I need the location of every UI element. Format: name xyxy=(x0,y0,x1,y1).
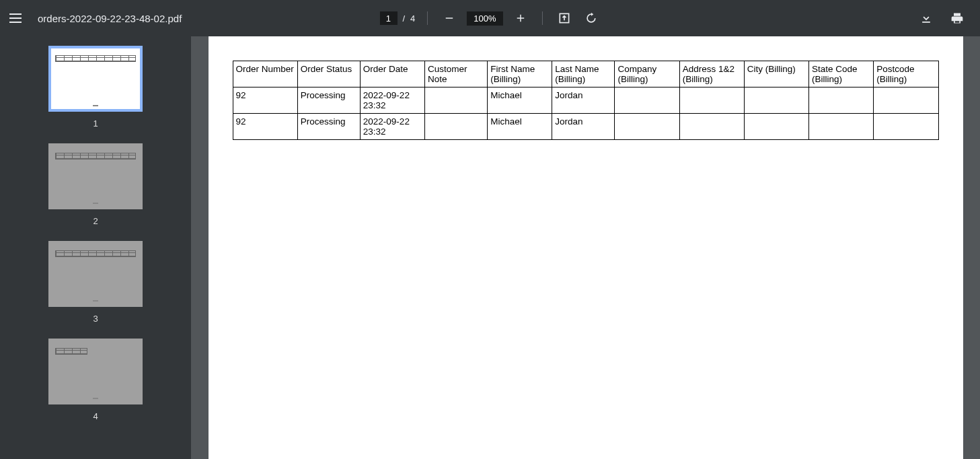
svg-rect-0 xyxy=(446,17,453,19)
toolbar-left: orders-2022-09-22-23-48-02.pdf xyxy=(0,10,182,26)
table-row: 92Processing2022-09-22 23:32MichaelJorda… xyxy=(233,87,938,114)
thumbnail-number: 1 xyxy=(93,118,98,129)
table-cell xyxy=(809,114,874,140)
table-cell: Michael xyxy=(488,87,552,114)
zoom-level[interactable]: 100% xyxy=(467,11,502,26)
table-header-cell: Company (Billing) xyxy=(615,61,679,87)
table-cell: Processing xyxy=(297,114,360,140)
table-cell: 2022-09-22 23:32 xyxy=(360,87,424,114)
thumbnail-wrap: 3 xyxy=(48,241,143,324)
orders-table: Order NumberOrder StatusOrder DateCustom… xyxy=(233,61,939,140)
thumbnail-content-icon xyxy=(55,153,136,160)
file-title: orders-2022-09-22-23-48-02.pdf xyxy=(38,13,182,24)
table-header-cell: Order Date xyxy=(360,61,424,87)
table-header-cell: First Name (Billing) xyxy=(488,61,552,87)
table-cell: 92 xyxy=(233,87,297,114)
thumbnail-content-icon xyxy=(55,348,87,355)
page-thumbnail[interactable] xyxy=(48,339,143,404)
table-cell: Processing xyxy=(297,87,360,114)
rotate-button[interactable] xyxy=(582,9,601,28)
divider xyxy=(427,11,428,25)
document-viewport[interactable]: Order NumberOrder StatusOrder DateCustom… xyxy=(191,36,980,459)
zoom-out-button[interactable] xyxy=(440,9,459,28)
thumbnail-number: 3 xyxy=(93,314,98,324)
thumbnail-wrap: 4 xyxy=(48,339,143,421)
table-cell xyxy=(615,114,679,140)
thumbnail-wrap: 1 xyxy=(48,46,143,129)
svg-rect-2 xyxy=(520,15,521,22)
table-cell xyxy=(809,87,874,114)
pdf-page: Order NumberOrder StatusOrder DateCustom… xyxy=(209,36,963,459)
page-separator: / xyxy=(402,13,405,24)
thumbnail-content-icon xyxy=(55,55,136,62)
thumbnail-footer-icon xyxy=(93,105,98,106)
table-cell xyxy=(425,114,488,140)
table-cell xyxy=(874,114,938,140)
table-cell xyxy=(425,87,488,114)
page-nav: / 4 xyxy=(379,11,415,25)
table-header-cell: State Code (Billing) xyxy=(809,61,874,87)
zoom-in-button[interactable] xyxy=(511,9,530,28)
table-cell xyxy=(744,114,808,140)
table-cell: Michael xyxy=(488,114,552,140)
table-header-cell: Customer Note xyxy=(425,61,488,87)
table-header-cell: Address 1&2 (Billing) xyxy=(679,61,744,87)
print-button[interactable] xyxy=(948,9,967,28)
table-header-cell: Postcode (Billing) xyxy=(874,61,938,87)
table-cell xyxy=(679,87,744,114)
divider xyxy=(542,11,543,25)
body: 1234 Order NumberOrder StatusOrder DateC… xyxy=(0,36,980,459)
thumbnail-content-icon xyxy=(55,250,136,257)
thumbnail-wrap: 2 xyxy=(48,143,143,226)
thumbnail-sidebar[interactable]: 1234 xyxy=(0,36,191,459)
table-cell: Jordan xyxy=(552,114,615,140)
page-thumbnail[interactable] xyxy=(48,241,143,307)
table-row: 92Processing2022-09-22 23:32MichaelJorda… xyxy=(233,114,938,140)
table-cell xyxy=(744,87,808,114)
table-cell: 92 xyxy=(233,114,297,140)
total-pages: 4 xyxy=(410,13,415,24)
page-thumbnail[interactable] xyxy=(48,46,143,112)
table-cell xyxy=(615,87,679,114)
current-page-input[interactable] xyxy=(379,11,397,25)
thumbnail-number: 2 xyxy=(93,216,98,226)
table-header-cell: City (Billing) xyxy=(744,61,808,87)
download-button[interactable] xyxy=(917,9,936,28)
toolbar-right xyxy=(917,9,980,28)
table-header-cell: Order Status xyxy=(297,61,360,87)
table-cell: Jordan xyxy=(552,87,615,114)
table-cell xyxy=(679,114,744,140)
toolbar-center: / 4 100% xyxy=(379,9,600,28)
toolbar: orders-2022-09-22-23-48-02.pdf / 4 100% xyxy=(0,0,980,36)
page-thumbnail[interactable] xyxy=(48,143,143,209)
table-header-cell: Last Name (Billing) xyxy=(552,61,615,87)
fit-page-button[interactable] xyxy=(555,9,574,28)
menu-icon[interactable] xyxy=(9,10,26,26)
thumbnail-footer-icon xyxy=(93,203,98,204)
thumbnail-footer-icon xyxy=(93,398,98,399)
table-header-cell: Order Number xyxy=(233,61,297,87)
table-cell: 2022-09-22 23:32 xyxy=(360,114,424,140)
thumbnail-footer-icon xyxy=(93,300,98,302)
table-cell xyxy=(874,87,938,114)
thumbnail-number: 4 xyxy=(93,411,98,421)
